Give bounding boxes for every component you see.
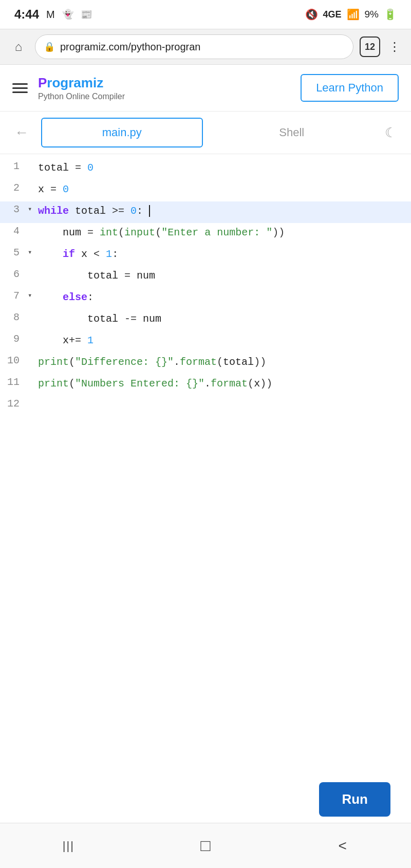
- line-number-2: 2: [0, 181, 28, 194]
- tab-bar: ← main.py Shell ☾: [0, 112, 411, 154]
- code-editor[interactable]: 1 total = 0 2 x = 0 3 ▾ while total >= 0…: [0, 154, 411, 771]
- network-icon: 4GE: [323, 9, 342, 20]
- line-number-10: 10: [0, 354, 28, 366]
- code-content-4: num = int(input("Enter a number: ")): [38, 224, 411, 241]
- code-line-9: 9 x+= 1: [0, 331, 411, 353]
- line-number-12: 12: [0, 397, 28, 410]
- code-content-8: total -= num: [38, 310, 411, 327]
- logo-subtitle: Python Online Compiler: [38, 92, 125, 101]
- home-nav-button[interactable]: [185, 830, 226, 861]
- tab-count[interactable]: 12: [360, 36, 380, 57]
- code-line-6: 6 total = num: [0, 266, 411, 288]
- code-content-10: print("Difference: {}".format(total)): [38, 354, 411, 370]
- browser-chrome: ⌂ 🔒 programiz.com/python-progran 12 ⋮: [0, 29, 411, 65]
- tab-main-py[interactable]: main.py: [41, 118, 203, 147]
- logo: Programiz Python Online Compiler: [38, 75, 125, 101]
- url-text: programiz.com/python-progran: [60, 41, 345, 53]
- signal-icon: 📶: [347, 8, 360, 21]
- status-bar: 4:44 M 👻 📰 🔇 4GE 📶 9% 🔋: [0, 0, 411, 29]
- back-nav-button[interactable]: [322, 830, 363, 861]
- home-button[interactable]: ⌂: [8, 36, 29, 57]
- code-content-3: while total >= 0:: [38, 202, 411, 219]
- code-line-12: 12: [0, 396, 411, 417]
- code-content-6: total = num: [38, 267, 411, 284]
- line-number-3: 3: [0, 202, 28, 215]
- tab-shell[interactable]: Shell: [211, 118, 373, 147]
- code-line-2: 2 x = 0: [0, 180, 411, 201]
- dark-mode-button[interactable]: ☾: [381, 125, 401, 141]
- code-line-11: 11 print("Numbers Entered: {}".format(x)…: [0, 374, 411, 396]
- line-number-11: 11: [0, 375, 28, 388]
- code-line-4: 4 num = int(input("Enter a number: ")): [0, 223, 411, 245]
- line-number-4: 4: [0, 224, 28, 237]
- address-bar[interactable]: 🔒 programiz.com/python-progran: [35, 34, 353, 59]
- mute-icon: 🔇: [305, 8, 318, 21]
- battery-text: 9%: [365, 9, 379, 20]
- code-content-12: [38, 397, 411, 398]
- back-button[interactable]: ←: [10, 124, 33, 141]
- hamburger-menu-button[interactable]: [12, 83, 28, 93]
- logo-rest: rogramiz: [47, 75, 103, 90]
- learn-python-button[interactable]: Learn Python: [301, 74, 399, 102]
- recent-apps-button[interactable]: [48, 830, 89, 861]
- line-number-9: 9: [0, 332, 28, 345]
- code-content-2: x = 0: [38, 181, 411, 197]
- bottom-nav-bar: [0, 823, 411, 868]
- lock-icon: 🔒: [44, 41, 55, 52]
- code-content-5: if x < 1:: [38, 246, 411, 262]
- run-button-container: Run: [319, 782, 390, 817]
- browser-menu-button[interactable]: ⋮: [386, 40, 403, 54]
- line-number-8: 8: [0, 310, 28, 323]
- status-time: 4:44: [14, 7, 39, 22]
- code-content-7: else:: [38, 289, 411, 305]
- line-number-1: 1: [0, 159, 28, 172]
- gmail-icon: M: [46, 9, 55, 21]
- line-number-5: 5: [0, 246, 28, 258]
- code-content-1: total = 0: [38, 159, 411, 176]
- code-line-10: 10 print("Difference: {}".format(total)): [0, 353, 411, 374]
- code-line-3: 3 ▾ while total >= 0:: [0, 201, 411, 223]
- code-content-11: print("Numbers Entered: {}".format(x)): [38, 375, 411, 392]
- code-content-9: x+= 1: [38, 332, 411, 348]
- code-line-7: 7 ▾ else:: [0, 288, 411, 309]
- app-header: Programiz Python Online Compiler Learn P…: [0, 65, 411, 112]
- news-icon: 📰: [81, 9, 92, 20]
- logo-name: Programiz: [38, 75, 125, 91]
- snapchat-icon: 👻: [62, 9, 73, 20]
- line-number-7: 7: [0, 289, 28, 302]
- line-number-6: 6: [0, 267, 28, 280]
- battery-icon: 🔋: [384, 8, 397, 21]
- run-button[interactable]: Run: [319, 782, 390, 817]
- code-line-1: 1 total = 0: [0, 158, 411, 180]
- logo-p: P: [38, 75, 47, 90]
- code-line-5: 5 ▾ if x < 1:: [0, 245, 411, 266]
- code-line-8: 8 total -= num: [0, 309, 411, 331]
